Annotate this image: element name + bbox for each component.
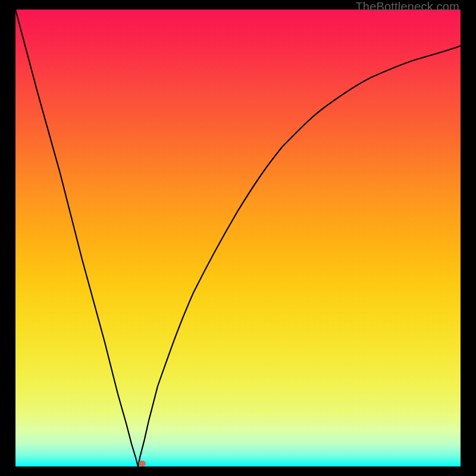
chart-frame: TheBottleneck.com: [0, 0, 476, 476]
plot-area: [15, 10, 461, 466]
curve-svg: [15, 10, 461, 466]
bottleneck-curve: [15, 10, 461, 466]
minimum-marker: [139, 461, 146, 466]
watermark-text: TheBottleneck.com: [355, 0, 459, 14]
